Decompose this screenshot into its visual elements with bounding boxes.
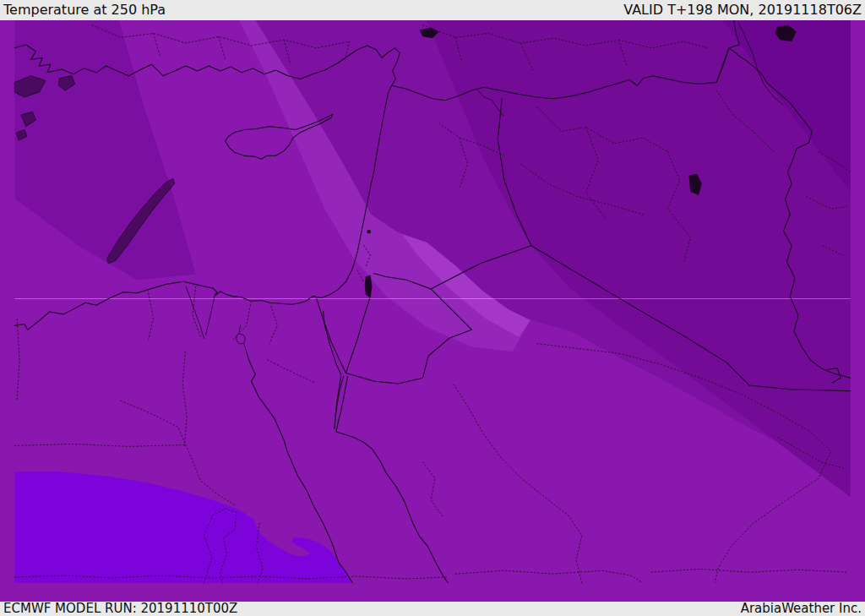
footer-bar: ECMWF MODEL RUN: 20191110T00Z ArabiaWeat… xyxy=(0,602,865,616)
weather-map-app: Temperature at 250 hPa VALID T+198 MON, … xyxy=(0,0,865,616)
map-title: Temperature at 250 hPa xyxy=(3,3,166,17)
valid-time-label: VALID T+198 MON, 20191118T06Z xyxy=(623,3,862,17)
map-canvas xyxy=(0,20,865,602)
sea-of-galilee xyxy=(367,230,371,234)
brand-label: ArabiaWeather Inc. xyxy=(741,602,862,615)
header-bar: Temperature at 250 hPa VALID T+198 MON, … xyxy=(0,0,865,20)
model-run-label: ECMWF MODEL RUN: 20191110T00Z xyxy=(3,602,237,615)
temperature-shading-map xyxy=(0,20,865,602)
